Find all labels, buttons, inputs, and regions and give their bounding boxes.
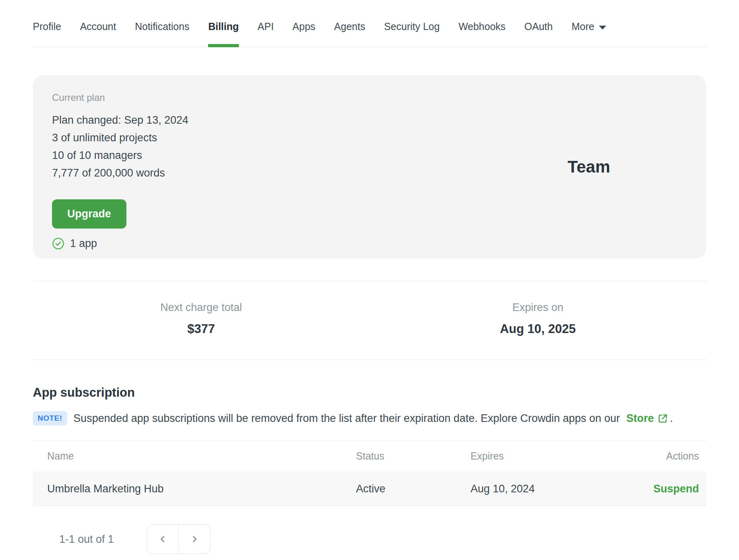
- chevron-down-icon: [599, 26, 606, 30]
- prev-page-button[interactable]: [147, 524, 179, 554]
- tab-account[interactable]: Account: [80, 21, 116, 47]
- tab-security-log[interactable]: Security Log: [384, 21, 440, 47]
- check-circle-icon: [52, 237, 64, 250]
- pager-buttons: [147, 524, 211, 554]
- app-subscription-title: App subscription: [33, 385, 706, 400]
- plan-name: Team: [567, 157, 610, 177]
- plan-words-usage: 7,777 of 200,000 words: [52, 164, 188, 182]
- next-page-button[interactable]: [179, 524, 211, 554]
- expires-on-block: Expires on Aug 10, 2025: [370, 301, 707, 336]
- tab-profile[interactable]: Profile: [33, 21, 61, 47]
- table-header-row: Name Status Expires Actions: [33, 441, 706, 472]
- tab-api[interactable]: API: [258, 21, 274, 47]
- tab-more[interactable]: More: [571, 21, 606, 47]
- column-header-expires: Expires: [471, 441, 625, 472]
- suspend-link[interactable]: Suspend: [653, 483, 699, 495]
- expires-on-value: Aug 10, 2025: [370, 322, 707, 336]
- column-header-actions: Actions: [625, 441, 706, 472]
- tab-agents[interactable]: Agents: [334, 21, 365, 47]
- apps-count-label: 1 app: [70, 237, 97, 250]
- app-subscriptions-table: Name Status Expires Actions Umbrella Mar…: [33, 441, 706, 506]
- tab-billing[interactable]: Billing: [208, 21, 238, 47]
- pagination: 1-1 out of 1: [33, 524, 706, 554]
- subscription-note: NOTE! Suspended app subscriptions will b…: [33, 411, 706, 426]
- plan-details: Current plan Plan changed: Sep 13, 2024 …: [52, 92, 188, 242]
- apps-count-row: 1 app: [52, 237, 188, 250]
- tab-apps[interactable]: Apps: [292, 21, 315, 47]
- cell-expires: Aug 10, 2024: [471, 472, 625, 506]
- upgrade-button[interactable]: Upgrade: [52, 199, 126, 229]
- current-plan-label: Current plan: [52, 92, 188, 103]
- tab-more-label: More: [571, 21, 594, 32]
- tab-oauth[interactable]: OAuth: [525, 21, 553, 47]
- billing-settings-page: Profile Account Notifications Billing AP…: [0, 0, 739, 560]
- note-text: Suspended app subscriptions will be remo…: [74, 412, 620, 425]
- column-header-status: Status: [356, 441, 471, 472]
- plan-managers-usage: 10 of 10 managers: [52, 147, 188, 164]
- settings-tabs: Profile Account Notifications Billing AP…: [33, 0, 706, 47]
- chevron-left-icon: [158, 534, 168, 544]
- expires-on-label: Expires on: [370, 301, 707, 314]
- cell-app-name: Umbrella Marketing Hub: [33, 472, 356, 506]
- note-suffix: .: [670, 412, 673, 425]
- current-plan-card: Current plan Plan changed: Sep 13, 2024 …: [33, 75, 706, 259]
- pagination-label: 1-1 out of 1: [59, 533, 114, 546]
- store-link-label: Store: [626, 412, 654, 425]
- external-link-icon: [657, 413, 668, 424]
- plan-changed-date: Plan changed: Sep 13, 2024: [52, 111, 188, 129]
- plan-projects-usage: 3 of unlimited projects: [52, 129, 188, 147]
- tab-notifications[interactable]: Notifications: [135, 21, 189, 47]
- next-charge-label: Next charge total: [33, 301, 370, 314]
- next-charge-block: Next charge total $377: [33, 301, 370, 336]
- note-badge: NOTE!: [33, 411, 67, 426]
- tab-webhooks[interactable]: Webhooks: [459, 21, 506, 47]
- table-row: Umbrella Marketing Hub Active Aug 10, 20…: [33, 472, 706, 506]
- store-link[interactable]: Store: [626, 412, 668, 425]
- column-header-name: Name: [33, 441, 356, 472]
- billing-summary: Next charge total $377 Expires on Aug 10…: [33, 281, 706, 360]
- chevron-right-icon: [190, 534, 199, 544]
- cell-status: Active: [356, 472, 471, 506]
- next-charge-value: $377: [33, 322, 370, 336]
